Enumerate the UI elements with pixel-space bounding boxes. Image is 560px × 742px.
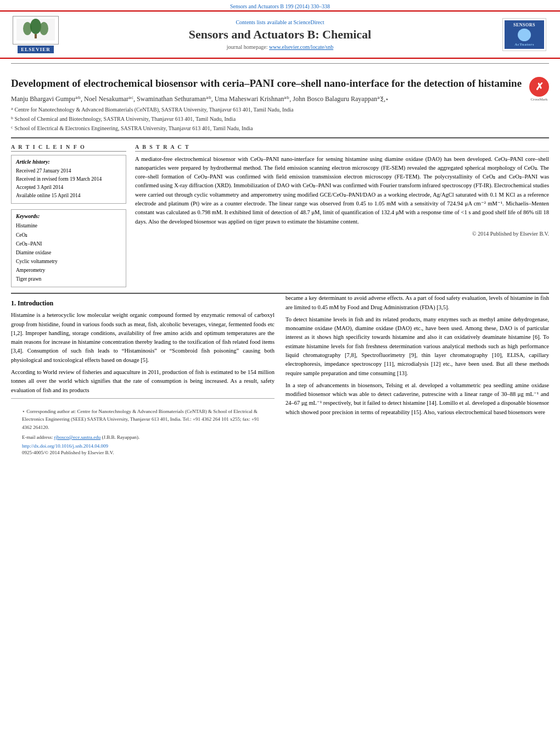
keyword-1: Histamine (16, 221, 121, 230)
received-date: Received 27 January 2014 (16, 167, 121, 175)
keyword-7: Tiger prawn (16, 275, 121, 283)
article-section: ✗ CrossMark Development of electrochemic… (0, 68, 560, 133)
svg-point-2 (30, 19, 41, 34)
article-info-label: A R T I C L E I N F O (11, 144, 126, 152)
journal-citation: Sensors and Actuators B 199 (2014) 330–3… (0, 0, 560, 10)
affiliation-a: ᵃ Centre for Nanotechnology & Advanced B… (11, 105, 549, 114)
keyword-3: CeO₂–PANI (16, 239, 121, 248)
header-divider (11, 63, 549, 64)
body-para-5: In a step of advancements in biosensors,… (285, 381, 549, 417)
abstract-text: A mediator-free electrochemical biosenso… (135, 155, 549, 226)
affiliations: ᵃ Centre for Nanotechnology & Advanced B… (11, 105, 549, 133)
abstract-label: A B S T R A C T (135, 144, 549, 152)
keyword-2: CeO₂ (16, 231, 121, 239)
keywords-box: Keywords: Histamine CeO₂ CeO₂–PANI Diami… (11, 209, 126, 287)
keyword-6: Amperometry (16, 266, 121, 275)
article-info-abstract: A R T I C L E I N F O Article history: R… (0, 138, 560, 293)
accepted-date: Accepted 3 April 2014 (16, 183, 121, 192)
svg-point-3 (40, 22, 48, 35)
abstract-col: A B S T R A C T A mediator-free electroc… (135, 144, 549, 288)
journal-title-area: Contents lists available at ScienceDirec… (66, 19, 494, 50)
crossmark-icon: ✗ (529, 77, 549, 97)
footer-area: ⋆ Corresponding author at: Centre for Na… (11, 398, 275, 458)
keyword-5: Cyclic voltammetry (16, 257, 121, 266)
history-heading: Article history: (16, 159, 121, 165)
body-para-2: According to World review of fisheries a… (11, 368, 275, 395)
elsevier-text: ELSEVIER (18, 46, 54, 53)
svg-rect-4 (35, 34, 37, 38)
keywords-heading: Keywords: (16, 213, 121, 219)
section1-heading: 1. Introduction (11, 299, 275, 308)
copyright-note: © 2014 Published by Elsevier B.V. (135, 231, 549, 237)
journal-homepage: journal homepage: www.elsevier.com/locat… (66, 44, 494, 50)
sensors-logo-box: SENSORS AcTuators (502, 18, 546, 51)
sciencedirect-link[interactable]: Contents lists available at ScienceDirec… (66, 19, 494, 25)
elsevier-logo-image (13, 16, 59, 44)
journal-name: Sensors and Actuators B: Chemical (66, 27, 494, 42)
sensors-logo-img: SENSORS AcTuators (505, 20, 544, 49)
affiliation-c: ᶜ School of Electrical & Electronics Eng… (11, 124, 549, 133)
available-date: Available online 15 April 2014 (16, 192, 121, 200)
article-title: Development of electrochemical biosensor… (11, 77, 549, 91)
revised-date: Received in revised form 19 March 2014 (16, 175, 121, 183)
body-para-1: Histamine is a heterocyclic low molecula… (11, 311, 275, 365)
corresponding-note: ⋆ Corresponding author at: Centre for Na… (22, 408, 264, 431)
homepage-link[interactable]: www.elsevier.com/locate/snb (269, 44, 333, 50)
doi-line[interactable]: http://dx.doi.org/10.1016/j.snb.2014.04.… (22, 443, 264, 449)
email-note: E-mail address: rjbosco@ece.sastra.edu (… (22, 433, 264, 441)
keyword-4: Diamine oxidase (16, 248, 121, 257)
body-para-4: To detect histamine levels in fish and i… (285, 315, 549, 378)
body-right-col: became a key determinant to avoid advers… (285, 294, 549, 458)
crossmark-logo: ✗ CrossMark (529, 77, 549, 97)
article-info-col: A R T I C L E I N F O Article history: R… (11, 144, 126, 288)
affiliation-b: ᵇ School of Chemical and Biotechnology, … (11, 115, 549, 124)
sensors-logo: SENSORS AcTuators (500, 18, 549, 51)
email-link[interactable]: rjbosco@ece.sastra.edu (54, 434, 100, 440)
body-para-3: became a key determinant to avoid advers… (285, 294, 549, 312)
issn-line: 0925-4005/© 2014 Published by Elsevier B… (22, 450, 264, 455)
journal-header: ELSEVIER Contents lists available at Sci… (0, 10, 560, 59)
body-columns: 1. Introduction Histamine is a heterocyc… (0, 294, 560, 458)
body-left-col: 1. Introduction Histamine is a heterocyc… (11, 294, 275, 458)
elsevier-logo: ELSEVIER (11, 16, 60, 53)
article-history-box: Article history: Received 27 January 201… (11, 155, 126, 204)
authors: Manju Bhargavi Gumpuᵃᵇ, Noel Nesakumarᵃᶜ… (11, 95, 549, 103)
